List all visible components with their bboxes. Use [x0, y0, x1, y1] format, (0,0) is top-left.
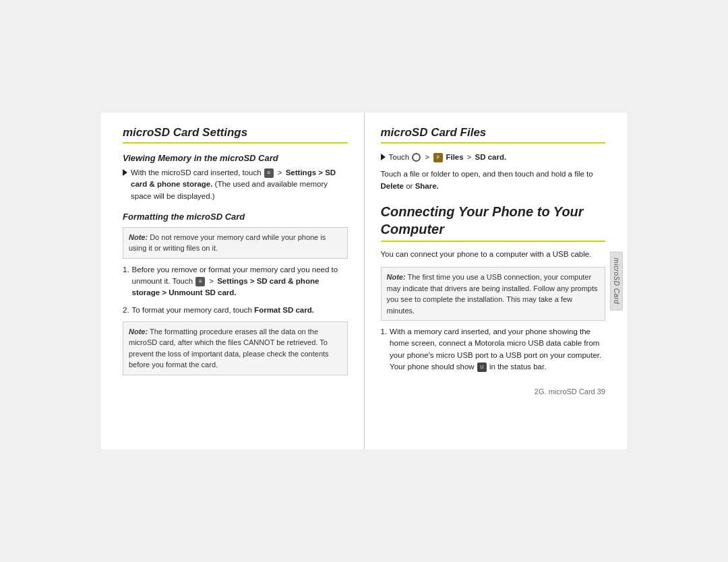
- formatting-section-title: Formatting the microSD Card: [123, 212, 348, 222]
- viewing-section-title: Viewing Memory in the microSD Card: [123, 153, 348, 163]
- step2-num: 2.: [123, 305, 129, 316]
- files-description: Touch a file or folder to open, and then…: [381, 168, 606, 192]
- viewing-bullet: With the microSD card inserted, touch ≡ …: [123, 167, 348, 202]
- conn-step1-text: With a memory card inserted, and your ph…: [390, 326, 605, 373]
- connecting-section-title: Connecting Your Phone to Your Computer: [381, 203, 606, 242]
- viewing-bullet-text: With the microSD card inserted, touch ≡ …: [131, 167, 348, 202]
- formatting-step-2: 2. To format your memory card, touch For…: [123, 305, 348, 316]
- step1-text: Before you remove or format your memory …: [132, 264, 348, 299]
- files-bullet: Touch > F Files > SD card.: [381, 152, 606, 163]
- left-column: microSD Card Settings Viewing Memory in …: [101, 113, 365, 449]
- connecting-step-1: 1. With a memory card inserted, and your…: [381, 326, 606, 373]
- files-folder-icon: F: [433, 153, 443, 162]
- bullet-arrow-icon: [123, 169, 127, 176]
- formatting-steps: 1. Before you remove or format your memo…: [123, 264, 348, 316]
- menu-icon: ≡: [264, 168, 274, 178]
- step1-num: 1.: [123, 264, 129, 276]
- formatting-step-1: 1. Before you remove or format your memo…: [123, 264, 348, 299]
- page-container: microSD Card Settings Viewing Memory in …: [101, 113, 627, 449]
- step1-menu-icon: ≡: [195, 277, 205, 286]
- connecting-note-text: The first time you use a USB connection,…: [387, 273, 598, 315]
- right-column: microSD Card Files Touch > F Files > SD …: [365, 113, 628, 449]
- step2-text: To format your memory card, touch Format…: [132, 305, 314, 316]
- connecting-description: You can connect your phone to a computer…: [381, 249, 606, 260]
- connecting-note-label: Note:: [387, 273, 406, 281]
- files-bullet-arrow-icon: [381, 154, 386, 160]
- connecting-steps: 1. With a memory card inserted, and your…: [381, 326, 606, 373]
- right-section-title: microSD Card Files: [381, 126, 606, 144]
- footer-text: 2G. microSD Card 39: [381, 385, 606, 396]
- formatting-note2: Note: The formatting procedure erases al…: [123, 321, 348, 375]
- note2-label: Note:: [129, 327, 148, 336]
- note2-text: The formatting procedure erases all the …: [129, 327, 329, 369]
- note1-text: Do not remove your memory card while you…: [129, 233, 326, 253]
- home-circle-icon: [412, 153, 421, 162]
- connecting-note: Note: The first time you use a USB conne…: [381, 267, 606, 321]
- sidebar-tab: microSD Card: [610, 252, 623, 311]
- formatting-note1: Note: Do not remove your memory card whi…: [123, 227, 348, 259]
- conn-step1-num: 1.: [381, 326, 388, 338]
- usb-icon: U: [477, 363, 487, 372]
- note1-label: Note:: [129, 233, 148, 241]
- left-section-title: microSD Card Settings: [123, 126, 348, 144]
- files-bullet-text: Touch > F Files > SD card.: [389, 152, 507, 163]
